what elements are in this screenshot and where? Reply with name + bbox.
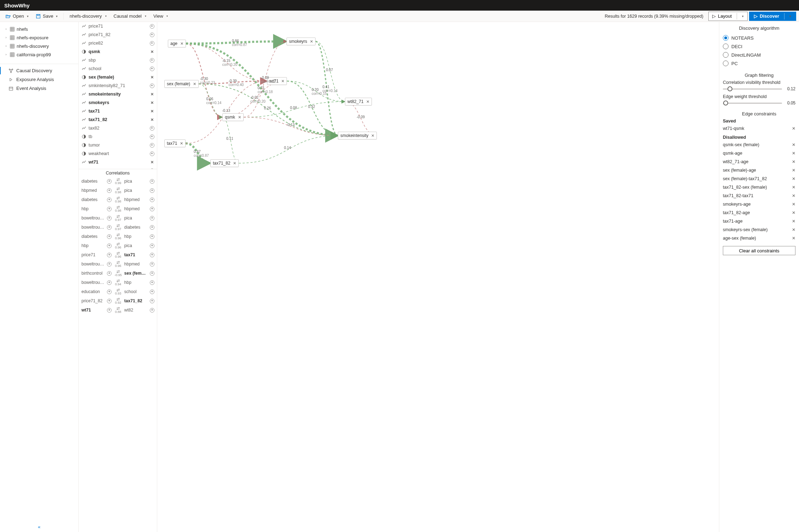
edge-thresh-slider[interactable] [723,103,782,104]
add-variable-button[interactable]: + [149,83,155,88]
remove-constraint-button[interactable]: ✕ [792,193,795,198]
discover-button[interactable]: ▷ Discover ▾ [749,12,796,21]
graph-edge[interactable] [199,84,222,117]
graph-edge[interactable] [222,81,287,117]
nav-page-item[interactable]: Causal Discovery [0,66,78,75]
graph-edge[interactable] [345,102,377,136]
add-right-button[interactable]: + [149,252,155,258]
graph-node[interactable]: tax71_82✕ [210,159,239,167]
algo-radio[interactable]: DECI [723,42,795,51]
remove-constraint-button[interactable]: ✕ [792,126,795,131]
variable-row[interactable]: smokeintensity✕ [79,90,157,98]
remove-node-button[interactable]: ✕ [238,115,241,120]
graph-node[interactable]: tax71✕ [164,139,186,147]
add-right-button[interactable]: + [149,224,155,230]
graph-edge[interactable] [287,81,338,136]
remove-variable-button[interactable]: ✕ [149,108,155,114]
graph-edge[interactable] [186,143,210,163]
variable-row[interactable]: price71+ [79,22,157,30]
collapse-nav-button[interactable]: « [0,521,78,532]
add-left-button[interactable]: + [107,188,112,193]
add-left-button[interactable]: + [107,289,112,294]
nav-page-item[interactable]: Event Analysis [0,84,78,93]
remove-constraint-button[interactable]: ✕ [792,151,795,156]
graph-edge[interactable] [239,136,338,163]
algo-radio[interactable]: PC [723,59,795,68]
graph-node[interactable]: wt82_71✕ [345,98,372,105]
add-left-button[interactable]: + [107,298,112,304]
variable-row[interactable]: wt82+ [79,166,157,169]
add-right-button[interactable]: + [149,243,155,248]
variable-row[interactable]: price71_82+ [79,30,157,39]
remove-variable-button[interactable]: ✕ [149,159,155,165]
graph-edge[interactable] [186,44,267,81]
graph-canvas[interactable]: age✕sex (female)✕tax71✕tax71_82✕qsmk✕wt7… [157,22,719,532]
save-button[interactable]: Save ▾ [33,12,61,21]
remove-node-button[interactable]: ✕ [281,79,284,84]
remove-constraint-button[interactable]: ✕ [792,210,795,215]
remove-variable-button[interactable]: ✕ [149,91,155,97]
add-left-button[interactable]: + [107,224,112,230]
variable-row[interactable]: smokeyrs✕ [79,98,157,107]
breadcrumb-view[interactable]: View ▾ [151,12,171,21]
add-left-button[interactable]: + [107,280,112,285]
add-right-button[interactable]: + [149,206,155,212]
remove-constraint-button[interactable]: ✕ [792,142,795,147]
remove-constraint-button[interactable]: ✕ [792,219,795,224]
add-right-button[interactable]: + [149,188,155,193]
variable-row[interactable]: tumor+ [79,141,157,149]
nav-page-item[interactable]: Exposure Analysis [0,75,78,84]
add-left-button[interactable]: + [107,178,112,184]
add-left-button[interactable]: + [107,243,112,248]
dataset-item[interactable]: › nhefs-exposure [0,33,78,42]
breadcrumb-model[interactable]: Causal model ▾ [111,12,149,21]
graph-node[interactable]: age✕ [168,40,186,47]
graph-node[interactable]: sex (female)✕ [164,80,199,88]
variable-row[interactable]: qsmk✕ [79,47,157,56]
add-right-button[interactable]: + [149,298,155,304]
variable-row[interactable]: sbp+ [79,56,157,64]
add-right-button[interactable]: + [149,307,155,313]
graph-edge[interactable] [287,81,345,102]
open-button[interactable]: Open ▾ [3,12,32,21]
algo-radio[interactable]: NOTEARS [723,34,795,42]
add-left-button[interactable]: + [107,252,112,258]
add-left-button[interactable]: + [107,261,112,267]
graph-node[interactable]: wt71✕ [267,77,287,85]
dataset-item[interactable]: › nhefs [0,25,78,33]
remove-variable-button[interactable]: ✕ [149,49,155,55]
remove-node-button[interactable]: ✕ [371,133,374,138]
add-left-button[interactable]: + [107,270,112,276]
remove-node-button[interactable]: ✕ [310,39,313,44]
add-right-button[interactable]: + [149,261,155,267]
variable-row[interactable]: tb+ [79,132,157,141]
remove-constraint-button[interactable]: ✕ [792,185,795,190]
slider-thumb[interactable] [727,86,732,91]
breadcrumb-dataset[interactable]: nhefs-discovery ▾ [67,12,109,21]
add-right-button[interactable]: + [149,215,155,221]
remove-constraint-button[interactable]: ✕ [792,202,795,207]
clear-constraints-button[interactable]: Clear all constraints [723,246,795,255]
remove-constraint-button[interactable]: ✕ [792,168,795,173]
add-right-button[interactable]: + [149,270,155,276]
add-variable-button[interactable]: + [149,23,155,29]
remove-variable-button[interactable]: ✕ [149,117,155,122]
variable-row[interactable]: price82+ [79,39,157,47]
graph-edge[interactable] [186,41,287,44]
add-left-button[interactable]: + [107,234,112,239]
variable-row[interactable]: tax82+ [79,124,157,132]
add-left-button[interactable]: + [107,206,112,212]
add-right-button[interactable]: + [149,280,155,285]
remove-node-button[interactable]: ✕ [193,82,196,86]
variable-row[interactable]: sex (female)✕ [79,73,157,81]
corr-thresh-slider[interactable] [723,88,782,90]
add-left-button[interactable]: + [107,197,112,202]
remove-variable-button[interactable]: ✕ [149,74,155,80]
dataset-item[interactable]: › california-prop99 [0,50,78,59]
add-right-button[interactable]: + [149,178,155,184]
add-right-button[interactable]: + [149,289,155,294]
variable-row[interactable]: tax71✕ [79,107,157,115]
add-variable-button[interactable]: + [149,40,155,46]
variable-row[interactable]: weakheart+ [79,149,157,158]
slider-thumb[interactable] [723,101,728,105]
